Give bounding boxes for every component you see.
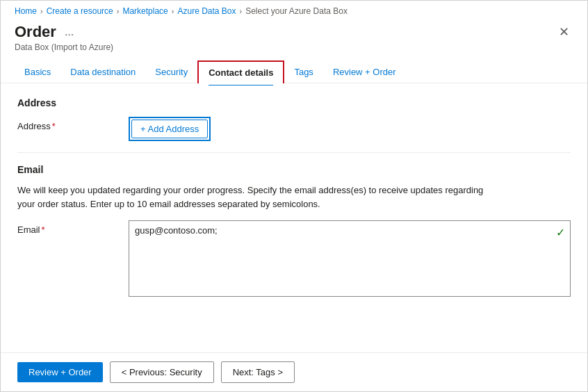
previous-button[interactable]: < Previous: Security	[110, 361, 214, 383]
close-button[interactable]: ✕	[555, 23, 573, 41]
breadcrumb: Home › Create a resource › Marketplace ›…	[1, 1, 587, 20]
breadcrumb-create-resource[interactable]: Create a resource	[47, 6, 113, 16]
title-row: Order ...	[15, 23, 113, 41]
add-address-button[interactable]: + Add Address	[131, 120, 208, 138]
email-required: *	[42, 224, 45, 235]
email-section-title: Email	[17, 164, 571, 175]
breadcrumb-sep-2: ›	[117, 7, 120, 15]
tab-tags[interactable]: Tags	[284, 61, 322, 83]
tab-data-destination[interactable]: Data destination	[60, 61, 145, 83]
tab-security[interactable]: Security	[145, 61, 197, 83]
email-section: Email We will keep you updated regarding…	[17, 164, 571, 299]
breadcrumb-current: Select your Azure Data Box	[245, 6, 348, 16]
email-input[interactable]: gusp@contoso.com;	[129, 220, 571, 297]
email-textarea-wrapper: gusp@contoso.com; ✓	[129, 220, 571, 299]
main-content: Address Address* + Add Address Email We …	[1, 83, 587, 352]
add-address-wrapper: + Add Address	[129, 117, 211, 141]
breadcrumb-marketplace[interactable]: Marketplace	[122, 6, 168, 16]
tab-review-order[interactable]: Review + Order	[323, 61, 406, 83]
title-area: Order ... Data Box (Import to Azure)	[15, 23, 113, 52]
ellipsis-button[interactable]: ...	[62, 24, 76, 40]
address-label: Address*	[17, 117, 129, 131]
email-description: We will keep you updated regarding your …	[17, 183, 490, 211]
address-form-row: Address* + Add Address	[17, 117, 571, 141]
email-form-row: Email* gusp@contoso.com; ✓	[17, 220, 571, 299]
breadcrumb-sep-3: ›	[172, 7, 174, 15]
address-required: *	[52, 121, 56, 131]
email-label: Email*	[17, 220, 129, 235]
page-header: Order ... Data Box (Import to Azure) ✕	[1, 20, 587, 52]
address-section-title: Address	[17, 97, 571, 108]
tab-contact-details[interactable]: Contact details	[197, 60, 284, 83]
review-order-button[interactable]: Review + Order	[17, 362, 103, 382]
breadcrumb-sep-1: ›	[40, 7, 43, 15]
email-valid-icon: ✓	[556, 226, 565, 239]
next-button[interactable]: Next: Tags >	[221, 361, 295, 383]
section-divider	[17, 152, 571, 153]
main-window: Home › Create a resource › Marketplace ›…	[0, 0, 588, 392]
tab-basics[interactable]: Basics	[15, 61, 60, 83]
breadcrumb-sep-4: ›	[240, 7, 243, 15]
tabs-bar: Basics Data destination Security Contact…	[1, 52, 587, 83]
breadcrumb-home[interactable]: Home	[15, 6, 37, 16]
page-title: Order	[15, 23, 56, 41]
footer: Review + Order < Previous: Security Next…	[1, 352, 587, 391]
page-subtitle: Data Box (Import to Azure)	[15, 42, 113, 52]
breadcrumb-azure-data-box[interactable]: Azure Data Box	[177, 6, 236, 16]
